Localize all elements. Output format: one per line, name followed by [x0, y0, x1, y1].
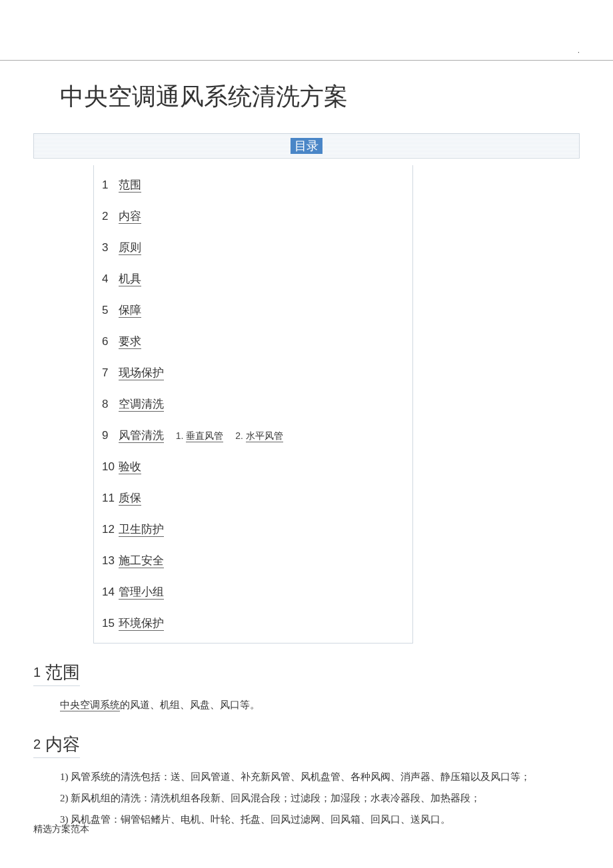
section-number: 1: [33, 665, 41, 679]
section-1: 1 范围 中央空调系统的风道、机组、风盘、风口等。: [33, 644, 580, 715]
toc-item: 13 施工安全: [101, 545, 412, 576]
section-body: 中央空调系统的风道、机组、风盘、风口等。: [33, 694, 580, 715]
toc-subitem: 1. 垂直风管: [176, 430, 224, 441]
document-page: · 中央空调通风系统清洗方案 目录 1 范围2 内容3 原则4 机具5 保障6 …: [0, 60, 613, 857]
toc-item: 6 要求: [101, 326, 412, 357]
toc-item-number: 5: [102, 304, 115, 317]
inline-link-hvac-system[interactable]: 中央空调系统: [60, 699, 120, 711]
toc-item: 3 原则: [101, 232, 412, 263]
toc-item-link[interactable]: 内容: [119, 210, 141, 224]
toc-item-link[interactable]: 验收: [119, 460, 141, 474]
section-body: 1) 风管系统的清洗包括：送、回风管道、补充新风管、风机盘管、各种风阀、消声器、…: [33, 766, 580, 830]
toc-item-number: 9: [102, 429, 115, 442]
toc-item: 1 范围: [101, 169, 412, 201]
section-number: 2: [33, 737, 41, 751]
toc-item: 12 卫生防护: [101, 514, 412, 545]
toc-item-link[interactable]: 管理小组: [119, 586, 164, 600]
toc-item-link[interactable]: 要求: [119, 335, 141, 349]
toc-item: 9 风管清洗1. 垂直风管2. 水平风管: [101, 420, 412, 451]
toc-item-number: 10: [102, 460, 115, 474]
document-title: 中央空调通风系统清洗方案: [33, 81, 580, 113]
paragraph: 2) 新风机组的清洗：清洗机组各段新、回风混合段；过滤段；加湿段；水表冷器段、加…: [60, 787, 566, 809]
paragraph: 3) 风机盘管：铜管铝鳍片、电机、叶轮、托盘、回风过滤网、回风箱、回风口、送风口…: [60, 809, 566, 830]
toc-item-link[interactable]: 质保: [119, 492, 141, 506]
section-2: 2 内容 1) 风管系统的清洗包括：送、回风管道、补充新风管、风机盘管、各种风阀…: [33, 715, 580, 830]
toc-item: 8 空调清洗: [101, 388, 412, 420]
toc-item-number: 2: [102, 210, 115, 223]
toc-item-link[interactable]: 原则: [119, 241, 141, 255]
toc-item-number: 4: [102, 272, 115, 286]
toc-item-number: 12: [102, 523, 115, 536]
toc-item-number: 15: [102, 617, 115, 630]
toc-item-link[interactable]: 施工安全: [119, 554, 164, 568]
toc-item-number: 13: [102, 554, 115, 568]
toc-item-number: 7: [102, 366, 115, 380]
section-title: 内容: [45, 735, 80, 754]
toc-item-number: 6: [102, 335, 115, 348]
section-heading: 1 范围: [33, 661, 80, 686]
toc-item: 10 验收: [101, 451, 412, 482]
toc-item-link[interactable]: 环境保护: [119, 617, 164, 631]
toc-item-number: 3: [102, 241, 115, 254]
toc-subitem-link[interactable]: 垂直风管: [186, 430, 223, 442]
toc-item: 4 机具: [101, 263, 412, 294]
section-title: 范围: [45, 663, 80, 682]
toc-subitem-link[interactable]: 水平风管: [246, 430, 283, 442]
toc-subitem-number: 1.: [176, 430, 187, 441]
page-footer: 精选方案范本: [33, 823, 89, 835]
toc-header-bar: 目录: [33, 133, 580, 159]
text-run: 的风道、机组、风盘、风口等。: [120, 699, 260, 710]
toc-item: 2 内容: [101, 201, 412, 232]
toc-item: 14 管理小组: [101, 576, 412, 608]
toc-subitem-number: 2.: [235, 430, 246, 441]
toc-item-link[interactable]: 现场保护: [119, 366, 164, 380]
toc-item-link[interactable]: 空调清洗: [119, 398, 164, 412]
toc-item: 5 保障: [101, 294, 412, 326]
toc-item-link[interactable]: 卫生防护: [119, 523, 164, 537]
toc-item-link[interactable]: 机具: [119, 272, 141, 286]
table-of-contents: 1 范围2 内容3 原则4 机具5 保障6 要求7 现场保护8 空调清洗9 风管…: [93, 165, 413, 644]
toc-item-link[interactable]: 保障: [119, 304, 141, 318]
toc-item-number: 11: [102, 492, 115, 505]
toc-item-number: 14: [102, 586, 115, 599]
section-heading: 2 内容: [33, 733, 80, 758]
toc-item-number: 1: [102, 179, 115, 192]
toc-item: 7 现场保护: [101, 357, 412, 388]
toc-item: 11 质保: [101, 482, 412, 514]
toc-item: 15 环境保护: [101, 608, 412, 639]
toc-item-link[interactable]: 风管清洗: [119, 429, 164, 443]
toc-item-link[interactable]: 范围: [119, 179, 141, 193]
toc-label: 目录: [291, 138, 322, 154]
page-corner-mark: ·: [578, 47, 580, 57]
toc-subitem: 2. 水平风管: [235, 430, 283, 441]
toc-item-number: 8: [102, 398, 115, 411]
paragraph: 1) 风管系统的清洗包括：送、回风管道、补充新风管、风机盘管、各种风阀、消声器、…: [60, 766, 566, 787]
